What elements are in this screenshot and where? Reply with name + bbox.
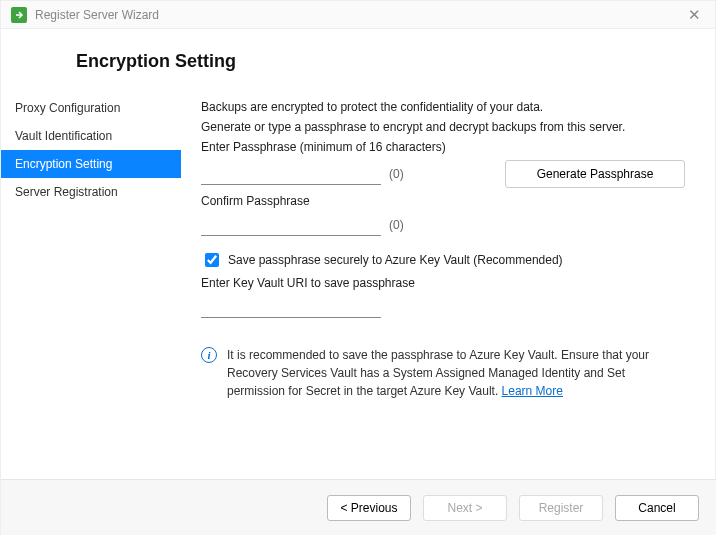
intro-text-2: Generate or type a passphrase to encrypt… [201,120,685,134]
info-text: It is recommended to save the passphrase… [227,348,649,398]
page-title: Encryption Setting [1,29,715,90]
intro-text-1: Backups are encrypted to protect the con… [201,100,685,114]
sidebar-item-vault-identification[interactable]: Vault Identification [1,122,181,150]
sidebar-item-proxy-configuration[interactable]: Proxy Configuration [1,94,181,122]
previous-button[interactable]: < Previous [327,495,411,521]
info-text-container: It is recommended to save the passphrase… [227,346,685,400]
enter-passphrase-input[interactable] [201,163,381,185]
footer: < Previous Next > Register Cancel [1,479,716,535]
keyvault-uri-label: Enter Key Vault URI to save passphrase [201,276,685,290]
register-button: Register [519,495,603,521]
save-to-keyvault-label: Save passphrase securely to Azure Key Va… [228,253,563,267]
info-icon: i [201,347,217,363]
sidebar-item-server-registration[interactable]: Server Registration [1,178,181,206]
app-icon [11,7,27,23]
wizard-steps-sidebar: Proxy Configuration Vault Identification… [1,90,181,481]
content-pane: Backups are encrypted to protect the con… [181,90,715,481]
window-title: Register Server Wizard [35,8,159,22]
generate-passphrase-button[interactable]: Generate Passphrase [505,160,685,188]
enter-passphrase-count: (0) [389,167,404,181]
learn-more-link[interactable]: Learn More [502,384,563,398]
enter-passphrase-label: Enter Passphrase (minimum of 16 characte… [201,140,685,154]
confirm-passphrase-input[interactable] [201,214,381,236]
close-button[interactable]: ✕ [684,6,705,24]
cancel-button[interactable]: Cancel [615,495,699,521]
confirm-passphrase-label: Confirm Passphrase [201,194,685,208]
keyvault-uri-input[interactable] [201,296,381,318]
titlebar: Register Server Wizard ✕ [1,1,715,29]
next-button: Next > [423,495,507,521]
save-to-keyvault-checkbox[interactable] [205,253,219,267]
confirm-passphrase-count: (0) [389,218,404,232]
sidebar-item-encryption-setting[interactable]: Encryption Setting [1,150,181,178]
